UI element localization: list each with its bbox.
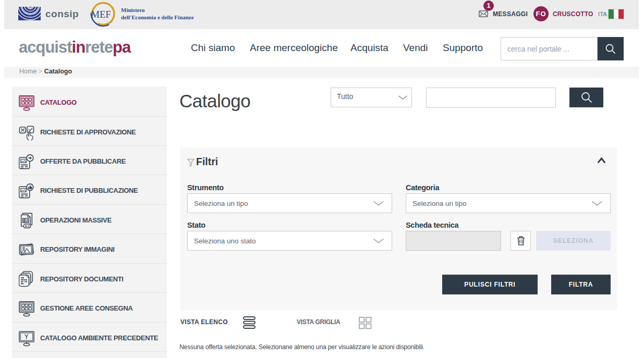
svg-text:XLS: XLS [25, 224, 30, 227]
svg-text:MEF: MEF [91, 9, 111, 20]
